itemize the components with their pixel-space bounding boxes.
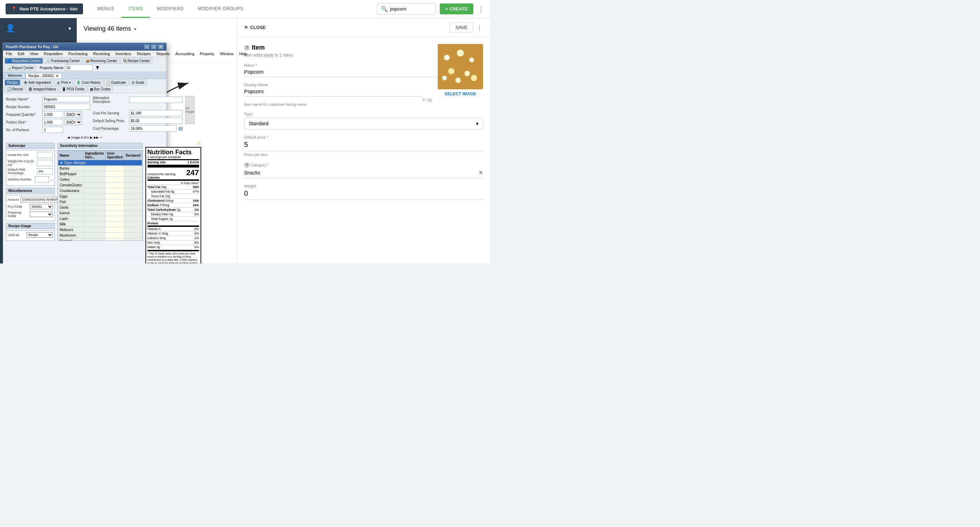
- recipe-tab-button[interactable]: Recipe: [5, 80, 20, 86]
- print-button[interactable]: 🖨 Print ▾: [54, 80, 73, 86]
- used-as-select[interactable]: Recipe: [27, 232, 53, 238]
- dropdown-arrow-icon[interactable]: ▾: [134, 26, 136, 32]
- duplicate-button[interactable]: 📋 Duplicate: [104, 80, 128, 86]
- table-row[interactable]: BellPepper: [58, 171, 142, 177]
- price-value[interactable]: 5: [244, 141, 483, 151]
- menu-property[interactable]: Property: [197, 51, 217, 57]
- expand-button[interactable]: ▼: [95, 65, 100, 71]
- nutrition-number-input[interactable]: [35, 176, 49, 182]
- report-center-button[interactable]: 📊 Report Center: [5, 65, 36, 71]
- portion-size-input[interactable]: [42, 119, 63, 125]
- nutrition-lookup-button[interactable]: ...: [50, 178, 53, 181]
- weight-value[interactable]: 0: [244, 190, 483, 200]
- table-row[interactable]: Fish: [58, 199, 142, 205]
- recipe-name-input[interactable]: [42, 96, 90, 102]
- recipe-icon: 🍳: [123, 59, 127, 63]
- menu-receiving[interactable]: Receiving: [90, 51, 113, 57]
- tab-menus[interactable]: MENUS: [90, 0, 121, 18]
- select-image-button[interactable]: SELECT IMAGE: [438, 91, 483, 96]
- search-input[interactable]: [390, 6, 432, 11]
- add-ingredient-button[interactable]: ➕ Add Ingredient: [21, 80, 53, 86]
- minimize-button[interactable]: ─: [144, 44, 150, 49]
- menu-file[interactable]: File: [3, 51, 15, 57]
- fast-forward-button[interactable]: ▶▶: [94, 136, 99, 139]
- portion-size-unit[interactable]: EACH: [65, 119, 82, 125]
- recipe-number-input[interactable]: [42, 104, 90, 110]
- default-yield-input[interactable]: [37, 168, 53, 174]
- menu-reports[interactable]: Reports: [153, 51, 173, 57]
- count-per-unit-input[interactable]: [37, 152, 53, 158]
- menu-window[interactable]: Window: [217, 51, 237, 57]
- table-row[interactable]: Milk: [58, 222, 142, 227]
- table-row[interactable]: Mushroom: [58, 233, 142, 238]
- receiving-center-button[interactable]: 📦 Receiving Center: [83, 58, 119, 64]
- menu-help[interactable]: Help: [237, 51, 250, 57]
- default-selling-input[interactable]: [129, 118, 182, 124]
- table-row[interactable]: Celery: [58, 177, 142, 182]
- menu-edit[interactable]: Edit: [15, 51, 27, 57]
- table-row[interactable]: Eggs: [58, 194, 142, 199]
- clear-category-button[interactable]: ✕: [479, 169, 483, 176]
- property-name-input[interactable]: [65, 65, 93, 71]
- sidebar-user[interactable]: 👤 ▾: [0, 18, 77, 39]
- menu-recipes[interactable]: Recipes: [134, 51, 153, 57]
- location-selector[interactable]: 📍 New PTE Acceptance - Van: [6, 3, 83, 14]
- tab-items[interactable]: ITEMS: [121, 0, 150, 18]
- menu-inventory[interactable]: Inventory: [113, 51, 134, 57]
- table-row[interactable]: Barley: [58, 166, 142, 171]
- prev-image-button[interactable]: ◀: [67, 136, 70, 139]
- menu-accounting[interactable]: Accounting: [173, 51, 197, 57]
- menu-requisition[interactable]: Requisition: [41, 51, 65, 57]
- help-icon[interactable]: ?: [244, 45, 250, 51]
- table-row[interactable]: Crustaceans: [58, 188, 142, 194]
- menu-purchasing[interactable]: Purchasing: [65, 51, 90, 57]
- images-videos-button[interactable]: 🖼 Images/Videos: [26, 86, 59, 92]
- bar-codes-button[interactable]: ▦ Bar Codes: [88, 86, 113, 92]
- display-name-value[interactable]: Popcorn: [244, 88, 422, 97]
- nf-dietary-fiber-row: Dietary Fiber 0g0%: [148, 212, 199, 216]
- preparing-outlet-select[interactable]: [30, 211, 53, 217]
- cost-percentage-input[interactable]: [129, 125, 177, 132]
- save-button[interactable]: SAVE: [450, 22, 473, 32]
- calculator-icon[interactable]: 🔢: [178, 127, 182, 131]
- table-row[interactable]: Kamut: [58, 211, 142, 216]
- recipe-center-button[interactable]: 🍳 Recipe Center: [120, 58, 153, 64]
- alt-description-input[interactable]: [129, 97, 182, 103]
- tab-modifiers[interactable]: MODIFIERS: [150, 0, 191, 18]
- maximize-button[interactable]: □: [151, 44, 157, 49]
- nf-cholesterol-row: Cholesterol 42mg14%: [148, 198, 199, 203]
- prepared-qty-input[interactable]: [42, 111, 63, 118]
- weight-per-cup-input[interactable]: [37, 160, 53, 166]
- plu-select[interactable]: 500001: [30, 204, 53, 209]
- purchasing-center-button[interactable]: 🛒 Purchasing Center: [44, 58, 82, 64]
- requisition-center-button[interactable]: 🟦 Requisition Center: [5, 58, 43, 64]
- table-row[interactable]: Lupin: [58, 216, 142, 222]
- tab-modifier-groups[interactable]: MODIFIER GROUPS: [191, 0, 250, 18]
- more-options-button[interactable]: ⋮: [476, 23, 483, 32]
- pos-fields-button[interactable]: 📱 POS Fields: [59, 86, 87, 92]
- more-options-button[interactable]: ⋮: [477, 5, 484, 13]
- next-image-button[interactable]: ▶: [90, 136, 92, 139]
- create-button[interactable]: + CREATE: [440, 3, 473, 14]
- table-row[interactable]: Mustard: [58, 238, 142, 241]
- tab-welcome[interactable]: Welcome: [5, 73, 25, 78]
- scale-button[interactable]: ⚖ Scale: [129, 80, 147, 86]
- prepared-qty-unit[interactable]: EACH: [65, 111, 82, 118]
- add-image-button[interactable]: +: [100, 136, 102, 139]
- user-icon: 👤: [6, 24, 15, 33]
- type-select[interactable]: Standard ▾: [244, 118, 483, 129]
- cost-per-serving-input[interactable]: [129, 110, 182, 116]
- table-row[interactable]: Molluscs: [58, 227, 142, 233]
- menu-view[interactable]: View: [27, 51, 41, 57]
- tab-recipe[interactable]: Recipe - 500001 ✕: [25, 73, 62, 78]
- search-box[interactable]: 🔍: [377, 3, 436, 14]
- table-row[interactable]: Garlic: [58, 205, 142, 211]
- close-button[interactable]: ✕: [158, 44, 164, 49]
- close-button[interactable]: ✕ CLOSE: [244, 25, 266, 30]
- recost-button[interactable]: 🔄 Recost: [5, 86, 25, 92]
- no-portions-input[interactable]: [42, 127, 63, 133]
- table-row[interactable]: CerealsGluten: [58, 182, 142, 188]
- cost-history-button[interactable]: 💲 Cost History: [74, 80, 103, 86]
- help-icon[interactable]: ?: [244, 162, 250, 168]
- table-row[interactable]: ▼ Type: Allergen: [58, 160, 142, 166]
